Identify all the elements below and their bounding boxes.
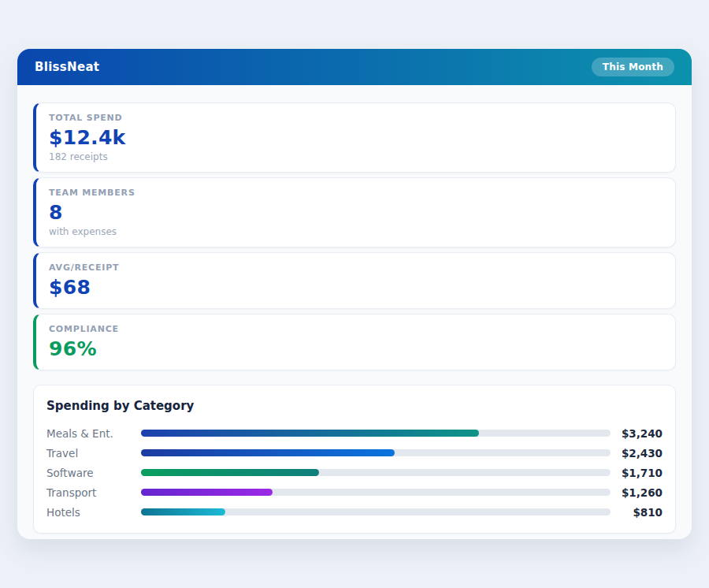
stat-value: $68 — [49, 276, 663, 299]
category-amount: $1,710 — [611, 467, 663, 479]
dashboard-content: TOTAL SPEND $12.4k 182 receipts TEAM MEM… — [17, 85, 692, 534]
category-bar-fill — [141, 469, 319, 476]
stat-card-total-spend: TOTAL SPEND $12.4k 182 receipts — [33, 102, 676, 173]
stat-subtext: with expenses — [49, 226, 663, 237]
category-bar-fill — [141, 489, 273, 496]
stat-label: AVG/RECEIPT — [49, 262, 663, 273]
category-bar-track — [141, 449, 611, 456]
stat-label: TOTAL SPEND — [49, 113, 663, 123]
category-label: Transport — [46, 486, 141, 499]
category-label: Travel — [46, 447, 141, 460]
period-badge[interactable]: This Month — [592, 58, 674, 76]
stat-label: TEAM MEMBERS — [49, 188, 663, 198]
app-title: BlissNeat — [35, 60, 99, 74]
category-label: Hotels — [46, 506, 141, 519]
dashboard-panel: BlissNeat This Month TOTAL SPEND $12.4k … — [17, 49, 692, 539]
category-bar-track — [141, 430, 611, 437]
spending-by-category-card: Spending by Category Meals & Ent. $3,240… — [33, 385, 676, 534]
stat-value: $12.4k — [49, 126, 663, 149]
category-bar-fill — [141, 508, 225, 515]
stat-value: 96% — [49, 337, 663, 360]
stat-subtext: 182 receipts — [49, 151, 663, 162]
category-row-meals: Meals & Ent. $3,240 — [46, 423, 663, 443]
chart-title: Spending by Category — [46, 399, 663, 413]
category-bar-fill — [141, 449, 395, 456]
category-bar-fill — [141, 430, 479, 437]
category-label: Meals & Ent. — [46, 427, 141, 440]
stat-card-compliance: COMPLIANCE 96% — [33, 314, 676, 370]
app-header: BlissNeat This Month — [17, 49, 692, 85]
stat-card-avg-receipt: AVG/RECEIPT $68 — [33, 252, 676, 309]
category-row-software: Software $1,710 — [46, 463, 663, 482]
stat-value: 8 — [49, 201, 663, 224]
category-row-transport: Transport $1,260 — [46, 482, 663, 502]
stat-label: COMPLIANCE — [49, 324, 663, 334]
category-bar-track — [141, 489, 611, 496]
category-bar-track — [141, 508, 611, 515]
category-amount: $810 — [611, 506, 663, 519]
category-amount: $2,430 — [611, 447, 663, 460]
stat-card-team-members: TEAM MEMBERS 8 with expenses — [33, 177, 676, 247]
category-amount: $3,240 — [611, 427, 663, 440]
category-row-hotels: Hotels $810 — [46, 502, 663, 522]
category-row-travel: Travel $2,430 — [46, 443, 663, 463]
category-amount: $1,260 — [611, 486, 663, 499]
category-label: Software — [46, 467, 141, 479]
category-bar-track — [141, 469, 611, 476]
